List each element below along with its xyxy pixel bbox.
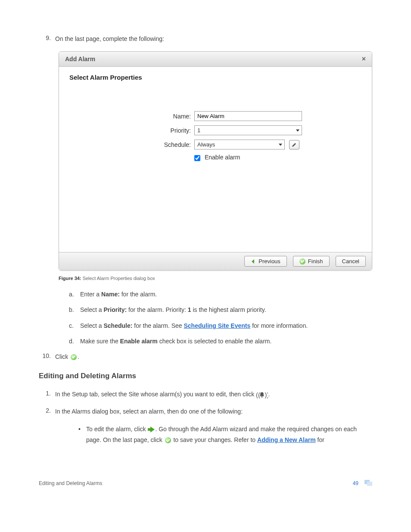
step-number: 2. (39, 407, 51, 416)
step-text: Click . (55, 352, 372, 361)
edit-schedule-button[interactable] (289, 140, 299, 149)
svg-text:((: (( (256, 391, 260, 398)
bullet-icon: • (78, 424, 86, 445)
substep-letter: c. (69, 321, 80, 330)
page-number: 49 (353, 480, 358, 486)
check-icon (71, 354, 77, 360)
alarm-icon: (( )) (256, 390, 268, 399)
step-number: 1. (39, 390, 51, 399)
substep-letter: a. (69, 289, 80, 299)
name-input[interactable] (194, 111, 302, 121)
name-label: Name: (69, 113, 194, 120)
close-icon[interactable]: × (362, 55, 366, 63)
step-number: 9. (39, 34, 51, 44)
step-text: In the Setup tab, select the Site whose … (55, 390, 372, 399)
check-icon (299, 258, 305, 264)
enable-alarm-label: Enable alarm (205, 154, 240, 161)
cancel-button[interactable]: Cancel (336, 256, 366, 267)
svg-point-1 (262, 396, 263, 398)
adding-new-alarm-link[interactable]: Adding a New Alarm (257, 436, 316, 443)
substep-text: Select a Schedule: for the alarm. See Sc… (80, 321, 372, 330)
dialog-title: Add Alarm (65, 56, 95, 62)
section-heading: Editing and Deleting Alarms (39, 372, 372, 380)
priority-label: Priority: (69, 127, 194, 134)
add-alarm-dialog: Add Alarm × Select Alarm Properties Name… (59, 51, 372, 271)
step-number: 10. (39, 352, 51, 361)
dialog-subtitle: Select Alarm Properties (69, 74, 361, 81)
substep-letter: d. (69, 336, 80, 346)
priority-select[interactable]: 1 (194, 125, 302, 135)
substep-letter: b. (69, 305, 80, 314)
step-text: On the last page, complete the following… (55, 34, 372, 44)
schedule-select[interactable]: Always (194, 140, 285, 149)
arrow-left-icon (251, 259, 256, 264)
substep-text: Select a Priority: for the alarm. Priori… (80, 305, 372, 314)
finish-button[interactable]: Finish (293, 256, 330, 267)
substep-text: Make sure the Enable alarm check box is … (80, 336, 372, 346)
step-text: In the Alarms dialog box, select an alar… (55, 407, 372, 416)
enable-alarm-checkbox[interactable] (194, 155, 200, 161)
substep-text: Enter a Name: for the alarm. (80, 289, 372, 299)
arrow-right-icon (147, 426, 155, 433)
pencil-icon (292, 142, 297, 147)
svg-rect-3 (148, 428, 150, 431)
chevron-down-icon (296, 129, 299, 131)
bullet-text: To edit the alarm, click . Go through th… (86, 424, 372, 445)
chevron-down-icon (279, 143, 282, 146)
figure-caption: Figure 34: Select Alarm Properties dialo… (59, 276, 372, 281)
check-icon (165, 437, 171, 443)
previous-button[interactable]: Previous (244, 256, 287, 267)
schedule-label: Schedule: (69, 141, 194, 148)
scheduling-site-events-link[interactable]: Scheduling Site Events (184, 322, 250, 329)
page-decor-icon (363, 480, 372, 487)
footer-section: Editing and Deleting Alarms (39, 480, 102, 486)
